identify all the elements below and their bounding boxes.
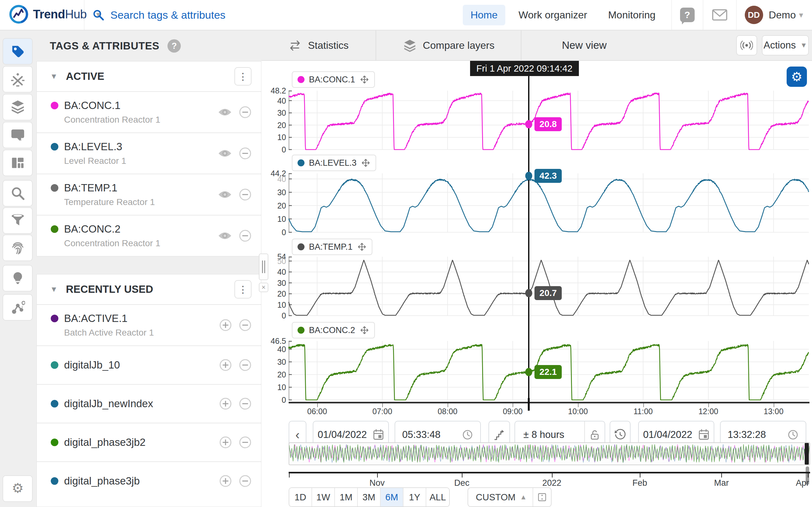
rail-search-button[interactable]	[3, 180, 33, 207]
nav-monitoring[interactable]: Monitoring	[600, 5, 663, 25]
cursor-value-dot	[525, 368, 532, 376]
chevron-down-icon[interactable]: ▼	[50, 72, 58, 81]
rail-fingerprint-button[interactable]	[3, 234, 33, 261]
remove-icon[interactable]	[239, 229, 252, 242]
x-axis-label: 12:00	[699, 407, 718, 416]
move-icon[interactable]	[357, 242, 367, 251]
range-button-1w[interactable]: 1W	[312, 488, 335, 506]
tag-list-item[interactable]: BA:CONC.2 Concentration Reactor 1	[37, 215, 261, 256]
tag-list-item[interactable]: digital_phase3jb	[37, 461, 261, 500]
rail-formulas-button[interactable]	[3, 66, 33, 93]
caret-up-icon: ▲	[520, 493, 532, 501]
add-icon[interactable]	[219, 397, 232, 410]
y-axis-tick-label: 0	[263, 311, 286, 320]
nav-home[interactable]: Home	[463, 5, 505, 25]
rail-settings-button[interactable]: ⚙	[3, 475, 33, 502]
rail-suggestions-button[interactable]	[3, 265, 33, 291]
tag-list-item[interactable]: BA:LEVEL.3 Level Reactor 1	[37, 132, 261, 174]
rail-layers-button[interactable]	[3, 94, 33, 120]
custom-range-button[interactable]: CUSTOM ▲	[467, 487, 552, 507]
user-name[interactable]: Demo	[769, 9, 796, 21]
visibility-icon[interactable]	[218, 231, 232, 240]
tag-list-item[interactable]: BA:ACTIVE.1 Batch Active Reactor 1	[37, 304, 261, 345]
broadcast-button[interactable]	[736, 35, 757, 55]
divider	[736, 0, 737, 30]
context-axis-tick	[721, 473, 722, 477]
visibility-icon[interactable]	[218, 107, 232, 117]
user-menu-caret-icon[interactable]: ▾	[799, 10, 803, 20]
section-menu-button[interactable]: ⋮	[235, 280, 252, 298]
y-axis-tick-label: 40	[263, 96, 286, 106]
nav-work-organizer[interactable]: Work organizer	[511, 5, 595, 25]
panel-collapse-button[interactable]: ×	[259, 283, 268, 292]
mail-icon[interactable]	[711, 9, 728, 21]
visibility-icon[interactable]	[218, 190, 232, 199]
app-logo[interactable]: TrendHub ▾	[9, 4, 100, 24]
remove-icon[interactable]	[239, 106, 252, 118]
range-button-1m[interactable]: 1M	[335, 488, 358, 506]
chart-settings-button[interactable]: ⚙	[786, 66, 807, 87]
add-icon[interactable]	[219, 475, 232, 487]
add-icon[interactable]	[219, 436, 232, 449]
remove-icon[interactable]	[239, 436, 252, 449]
rail-filter-button[interactable]	[3, 207, 33, 234]
statistics-button[interactable]: Statistics	[261, 31, 376, 60]
chevron-down-icon[interactable]: ▼	[50, 285, 58, 294]
y-axis-tick-label: 10	[263, 300, 286, 309]
series-chip[interactable]: BA:CONC.2	[292, 322, 375, 338]
remove-icon[interactable]	[239, 397, 252, 410]
panel-title: TAGS & ATTRIBUTES	[50, 40, 159, 52]
active-section-card: ▼ ACTIVE ⋮ BA:CONC.1 Concentration React…	[37, 61, 261, 257]
series-chip[interactable]: BA:TEMP.1	[292, 239, 372, 255]
tag-list-item[interactable]: BA:TEMP.1 Temperature Reactor 1	[37, 174, 261, 215]
y-axis-tick-label: 10	[263, 215, 286, 224]
search-input[interactable]: Search tags & attributes	[110, 9, 225, 21]
range-button-6m[interactable]: 6M	[380, 488, 403, 506]
visibility-icon[interactable]	[218, 149, 232, 158]
section-menu-button[interactable]: ⋮	[235, 67, 252, 86]
panel-resize-handle[interactable]	[259, 253, 268, 280]
tag-color-dot	[51, 477, 58, 485]
remove-icon[interactable]	[239, 475, 252, 487]
range-button-3m[interactable]: 3M	[358, 488, 380, 506]
series-chip[interactable]: BA:CONC.1	[292, 71, 375, 88]
context-strip[interactable]	[289, 442, 810, 465]
compare-layers-button[interactable]: Compare layers	[377, 31, 521, 60]
tag-color-dot	[51, 439, 58, 446]
rail-tags-button[interactable]	[3, 38, 33, 65]
y-axis-tick-label: 10	[263, 383, 286, 392]
panel-help-icon[interactable]: ?	[167, 39, 181, 53]
rail-dashboards-button[interactable]	[3, 150, 33, 176]
move-icon[interactable]	[360, 75, 369, 84]
tag-color-dot	[51, 184, 58, 192]
range-button-1d[interactable]: 1D	[289, 488, 312, 506]
actions-button[interactable]: Actions ▼	[762, 35, 809, 55]
series-chip[interactable]: BA:LEVEL.3	[292, 155, 376, 171]
tag-list-item[interactable]: BA:CONC.1 Concentration Reactor 1	[37, 91, 261, 132]
move-icon[interactable]	[360, 326, 369, 335]
tag-list-item[interactable]: digitalJb_10	[37, 345, 261, 384]
range-button-1y[interactable]: 1Y	[403, 488, 426, 506]
range-button-all[interactable]: ALL	[426, 488, 449, 506]
add-icon[interactable]	[219, 359, 232, 372]
section-header: ▼ ACTIVE ⋮	[37, 61, 261, 91]
move-icon[interactable]	[361, 158, 370, 168]
y-axis-tick-label: 40	[263, 345, 286, 354]
fit-range-button[interactable]	[532, 488, 551, 506]
remove-icon[interactable]	[239, 147, 252, 160]
rail-comments-button[interactable]	[3, 122, 33, 148]
strip-range-handle[interactable]	[805, 443, 809, 464]
y-axis-tick-label: 30	[263, 188, 286, 197]
avatar[interactable]: DD	[745, 6, 763, 24]
search-bar[interactable]: Search tags & attributes	[92, 0, 225, 30]
add-icon[interactable]	[219, 319, 232, 331]
context-axis-tick	[377, 473, 378, 477]
tag-list-item[interactable]: digital_phase3jb2	[37, 423, 261, 461]
help-icon[interactable]: ?	[680, 8, 695, 22]
remove-icon[interactable]	[239, 319, 252, 331]
remove-icon[interactable]	[239, 359, 252, 372]
y-axis-tick-label: 40	[263, 175, 286, 184]
rail-context-items-button[interactable]	[3, 294, 33, 321]
tag-list-item[interactable]: digitalJb_newIndex	[37, 384, 261, 423]
remove-icon[interactable]	[239, 188, 252, 201]
